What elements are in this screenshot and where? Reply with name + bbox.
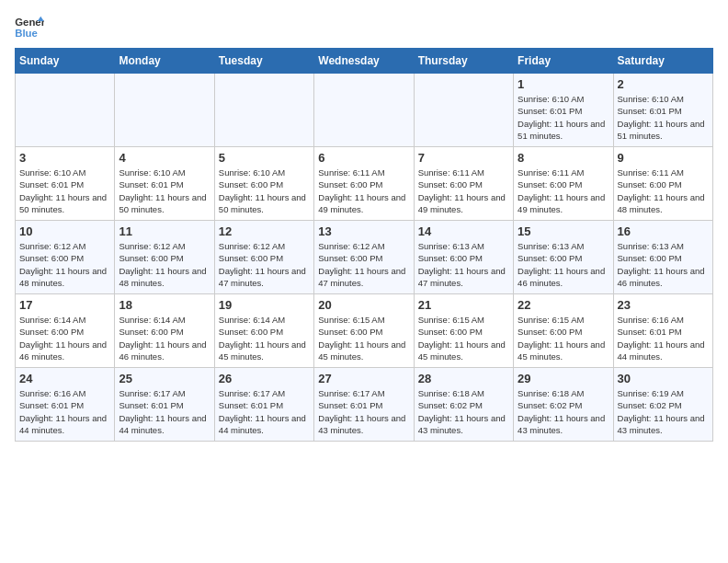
day-number: 2 <box>618 77 709 91</box>
day-number: 28 <box>418 372 509 385</box>
day-number: 6 <box>318 151 409 165</box>
day-number: 19 <box>219 298 310 312</box>
day-cell: 4Sunrise: 6:10 AM Sunset: 6:01 PM Daylig… <box>115 147 214 221</box>
header-day-sunday: Sunday <box>16 49 115 74</box>
day-number: 14 <box>418 224 509 238</box>
day-info: Sunrise: 6:12 AM Sunset: 6:00 PM Dayligh… <box>219 240 310 289</box>
day-cell: 6Sunrise: 6:11 AM Sunset: 6:00 PM Daylig… <box>314 147 414 221</box>
week-row-5: 24Sunrise: 6:16 AM Sunset: 6:01 PM Dayli… <box>16 368 713 442</box>
day-cell: 21Sunrise: 6:15 AM Sunset: 6:00 PM Dayli… <box>414 294 513 368</box>
day-cell: 25Sunrise: 6:17 AM Sunset: 6:01 PM Dayli… <box>115 368 214 442</box>
day-number: 30 <box>618 372 709 385</box>
day-number: 3 <box>19 151 110 165</box>
day-info: Sunrise: 6:10 AM Sunset: 6:00 PM Dayligh… <box>219 167 310 215</box>
day-cell: 5Sunrise: 6:10 AM Sunset: 6:00 PM Daylig… <box>214 147 313 221</box>
day-cell <box>214 74 313 147</box>
day-number: 5 <box>219 151 310 165</box>
day-cell: 1Sunrise: 6:10 AM Sunset: 6:01 PM Daylig… <box>514 74 613 147</box>
day-number: 1 <box>518 77 609 91</box>
day-number: 13 <box>318 224 409 238</box>
day-cell: 14Sunrise: 6:13 AM Sunset: 6:00 PM Dayli… <box>414 221 513 294</box>
day-cell: 26Sunrise: 6:17 AM Sunset: 6:01 PM Dayli… <box>214 368 313 442</box>
day-info: Sunrise: 6:18 AM Sunset: 6:02 PM Dayligh… <box>518 387 609 436</box>
day-number: 22 <box>518 298 609 312</box>
header-day-wednesday: Wednesday <box>314 49 414 74</box>
day-number: 29 <box>518 372 609 385</box>
day-info: Sunrise: 6:12 AM Sunset: 6:00 PM Dayligh… <box>318 240 409 289</box>
logo-icon: General Blue <box>15 15 44 40</box>
day-info: Sunrise: 6:17 AM Sunset: 6:01 PM Dayligh… <box>219 387 310 436</box>
day-cell: 3Sunrise: 6:10 AM Sunset: 6:01 PM Daylig… <box>16 147 115 221</box>
day-number: 17 <box>19 298 110 312</box>
day-info: Sunrise: 6:11 AM Sunset: 6:00 PM Dayligh… <box>418 167 509 215</box>
day-cell: 2Sunrise: 6:10 AM Sunset: 6:01 PM Daylig… <box>613 74 712 147</box>
day-info: Sunrise: 6:15 AM Sunset: 6:00 PM Dayligh… <box>418 314 509 362</box>
day-cell: 27Sunrise: 6:17 AM Sunset: 6:01 PM Dayli… <box>314 368 414 442</box>
week-row-3: 10Sunrise: 6:12 AM Sunset: 6:00 PM Dayli… <box>16 221 713 294</box>
day-info: Sunrise: 6:12 AM Sunset: 6:00 PM Dayligh… <box>19 240 110 289</box>
day-cell <box>314 74 414 147</box>
day-info: Sunrise: 6:10 AM Sunset: 6:01 PM Dayligh… <box>518 93 609 142</box>
day-number: 4 <box>119 151 210 165</box>
week-row-2: 3Sunrise: 6:10 AM Sunset: 6:01 PM Daylig… <box>16 147 713 221</box>
day-cell: 29Sunrise: 6:18 AM Sunset: 6:02 PM Dayli… <box>514 368 613 442</box>
header-day-saturday: Saturday <box>613 49 712 74</box>
week-row-4: 17Sunrise: 6:14 AM Sunset: 6:00 PM Dayli… <box>16 294 713 368</box>
day-info: Sunrise: 6:10 AM Sunset: 6:01 PM Dayligh… <box>119 167 210 215</box>
day-info: Sunrise: 6:11 AM Sunset: 6:00 PM Dayligh… <box>618 167 709 215</box>
calendar-table: SundayMondayTuesdayWednesdayThursdayFrid… <box>15 48 713 442</box>
day-number: 24 <box>19 372 110 385</box>
day-number: 7 <box>418 151 509 165</box>
svg-text:Blue: Blue <box>15 28 38 39</box>
header-day-monday: Monday <box>115 49 214 74</box>
day-info: Sunrise: 6:16 AM Sunset: 6:01 PM Dayligh… <box>19 387 110 436</box>
day-info: Sunrise: 6:11 AM Sunset: 6:00 PM Dayligh… <box>318 167 409 215</box>
day-info: Sunrise: 6:14 AM Sunset: 6:00 PM Dayligh… <box>119 314 210 362</box>
day-cell: 23Sunrise: 6:16 AM Sunset: 6:01 PM Dayli… <box>613 294 712 368</box>
day-cell: 17Sunrise: 6:14 AM Sunset: 6:00 PM Dayli… <box>16 294 115 368</box>
day-cell: 22Sunrise: 6:15 AM Sunset: 6:00 PM Dayli… <box>514 294 613 368</box>
day-info: Sunrise: 6:17 AM Sunset: 6:01 PM Dayligh… <box>318 387 409 436</box>
day-number: 18 <box>119 298 210 312</box>
week-row-1: 1Sunrise: 6:10 AM Sunset: 6:01 PM Daylig… <box>16 74 713 147</box>
logo: General Blue <box>15 15 44 40</box>
day-cell: 11Sunrise: 6:12 AM Sunset: 6:00 PM Dayli… <box>115 221 214 294</box>
day-info: Sunrise: 6:11 AM Sunset: 6:00 PM Dayligh… <box>518 167 609 215</box>
header-day-tuesday: Tuesday <box>214 49 313 74</box>
day-info: Sunrise: 6:19 AM Sunset: 6:02 PM Dayligh… <box>618 387 709 436</box>
calendar-header: SundayMondayTuesdayWednesdayThursdayFrid… <box>16 49 713 74</box>
day-cell: 13Sunrise: 6:12 AM Sunset: 6:00 PM Dayli… <box>314 221 414 294</box>
day-cell <box>16 74 115 147</box>
day-info: Sunrise: 6:10 AM Sunset: 6:01 PM Dayligh… <box>618 93 709 142</box>
day-cell: 30Sunrise: 6:19 AM Sunset: 6:02 PM Dayli… <box>613 368 712 442</box>
day-info: Sunrise: 6:18 AM Sunset: 6:02 PM Dayligh… <box>418 387 509 436</box>
day-number: 25 <box>119 372 210 385</box>
day-cell: 12Sunrise: 6:12 AM Sunset: 6:00 PM Dayli… <box>214 221 313 294</box>
day-cell: 19Sunrise: 6:14 AM Sunset: 6:00 PM Dayli… <box>214 294 313 368</box>
day-cell: 28Sunrise: 6:18 AM Sunset: 6:02 PM Dayli… <box>414 368 513 442</box>
day-number: 20 <box>318 298 409 312</box>
day-number: 26 <box>219 372 310 385</box>
day-cell: 9Sunrise: 6:11 AM Sunset: 6:00 PM Daylig… <box>613 147 712 221</box>
day-number: 27 <box>318 372 409 385</box>
day-cell: 24Sunrise: 6:16 AM Sunset: 6:01 PM Dayli… <box>16 368 115 442</box>
header-day-thursday: Thursday <box>414 49 513 74</box>
day-cell: 8Sunrise: 6:11 AM Sunset: 6:00 PM Daylig… <box>514 147 613 221</box>
day-number: 10 <box>19 224 110 238</box>
day-number: 23 <box>618 298 709 312</box>
day-info: Sunrise: 6:13 AM Sunset: 6:00 PM Dayligh… <box>618 240 709 289</box>
day-info: Sunrise: 6:17 AM Sunset: 6:01 PM Dayligh… <box>119 387 210 436</box>
day-info: Sunrise: 6:15 AM Sunset: 6:00 PM Dayligh… <box>518 314 609 362</box>
day-cell: 10Sunrise: 6:12 AM Sunset: 6:00 PM Dayli… <box>16 221 115 294</box>
day-number: 12 <box>219 224 310 238</box>
day-number: 21 <box>418 298 509 312</box>
day-info: Sunrise: 6:16 AM Sunset: 6:01 PM Dayligh… <box>618 314 709 362</box>
day-cell <box>414 74 513 147</box>
day-info: Sunrise: 6:12 AM Sunset: 6:00 PM Dayligh… <box>119 240 210 289</box>
day-cell: 7Sunrise: 6:11 AM Sunset: 6:00 PM Daylig… <box>414 147 513 221</box>
day-cell: 15Sunrise: 6:13 AM Sunset: 6:00 PM Dayli… <box>514 221 613 294</box>
day-number: 9 <box>618 151 709 165</box>
day-info: Sunrise: 6:15 AM Sunset: 6:00 PM Dayligh… <box>318 314 409 362</box>
day-number: 16 <box>618 224 709 238</box>
day-number: 15 <box>518 224 609 238</box>
